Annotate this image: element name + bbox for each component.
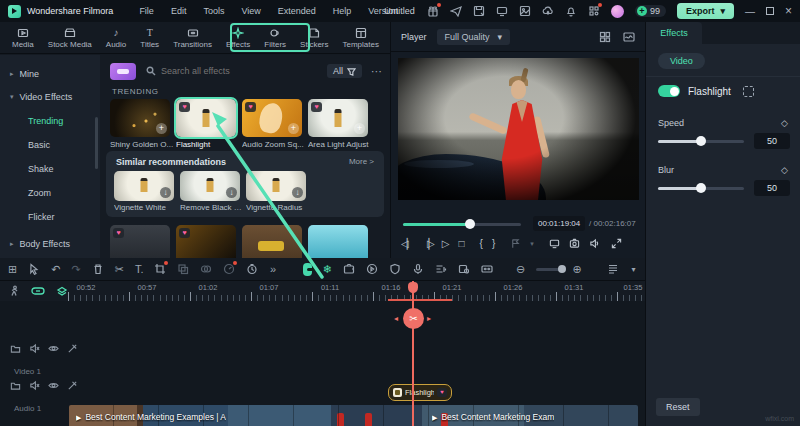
track-hide-icon[interactable] xyxy=(48,380,59,391)
tab-media[interactable]: Media xyxy=(6,25,40,51)
ai-assistant-icon[interactable] xyxy=(110,63,136,80)
speed-value-field[interactable]: 50 xyxy=(754,133,790,149)
track-tools-icon[interactable] xyxy=(67,380,78,391)
cloud-upload-icon[interactable] xyxy=(542,5,554,17)
zoom-in-icon[interactable] xyxy=(572,263,581,276)
playhead-line[interactable] xyxy=(412,281,414,426)
video-preview[interactable] xyxy=(398,58,639,200)
volume-button[interactable] xyxy=(589,238,600,249)
play-button[interactable] xyxy=(442,238,450,249)
sidebar-item-body-effects[interactable]: Body Effects xyxy=(10,239,70,249)
sidebar-item-shake[interactable]: Shake xyxy=(28,164,54,174)
copy-icon[interactable] xyxy=(177,263,189,275)
favorite-heart-icon[interactable] xyxy=(179,102,190,112)
track-lock-icon[interactable] xyxy=(10,380,21,391)
display-mode-button[interactable] xyxy=(549,238,560,249)
blur-slider[interactable] xyxy=(658,183,744,193)
render-preview-icon[interactable] xyxy=(366,263,378,275)
share-icon[interactable] xyxy=(450,5,462,17)
menu-edit[interactable]: Edit xyxy=(171,6,187,16)
track-tools-icon[interactable] xyxy=(67,343,78,354)
more-options-icon[interactable] xyxy=(371,65,382,78)
keyframe-diamond-icon[interactable] xyxy=(781,118,788,128)
previous-frame-button[interactable]: ◁▏ xyxy=(401,238,412,249)
redo-icon[interactable] xyxy=(71,263,80,276)
sidebar-item-mine[interactable]: Mine xyxy=(10,69,39,79)
tab-transitions[interactable]: Transitions xyxy=(167,25,218,51)
zoom-out-icon[interactable] xyxy=(516,263,525,276)
subtab-video[interactable]: Video xyxy=(658,53,705,69)
timeline-ruler[interactable]: 00:52 00:57 01:02 01:07 01:11 01:16 01:2… xyxy=(0,281,645,301)
track-hide-icon[interactable] xyxy=(48,343,59,354)
track-manager-icon[interactable] xyxy=(607,263,619,275)
nudge-left-icon[interactable]: ◂ xyxy=(394,314,398,323)
menu-help[interactable]: Help xyxy=(333,6,352,16)
stop-button[interactable] xyxy=(458,238,464,249)
blur-slider-knob[interactable] xyxy=(696,183,706,193)
search-input[interactable] xyxy=(161,66,271,76)
more-link[interactable]: More > xyxy=(349,157,374,166)
sidebar-item-flicker[interactable]: Flicker xyxy=(28,212,55,222)
tab-stock-media[interactable]: Stock Media xyxy=(42,25,98,51)
tab-stickers[interactable]: Stickers xyxy=(294,25,334,51)
media-browser-icon[interactable] xyxy=(8,263,17,276)
display-icon[interactable] xyxy=(496,5,508,17)
crop-icon[interactable] xyxy=(154,263,166,275)
playhead-handle[interactable] xyxy=(408,282,418,293)
minimize-button[interactable] xyxy=(745,6,755,17)
download-icon[interactable] xyxy=(160,187,171,198)
restore-button[interactable] xyxy=(766,7,774,15)
favorite-heart-icon[interactable] xyxy=(245,102,256,112)
scopes-icon[interactable] xyxy=(623,31,635,43)
effect-card-vignette-radius[interactable] xyxy=(246,171,306,201)
add-icon[interactable] xyxy=(354,123,365,134)
audio-stretch-icon[interactable] xyxy=(435,263,447,275)
close-button[interactable] xyxy=(785,4,792,18)
delete-icon[interactable] xyxy=(92,263,104,275)
export-frame-icon[interactable] xyxy=(519,5,531,17)
filter-all-button[interactable]: All xyxy=(327,64,362,78)
ai-effects-icon[interactable] xyxy=(323,263,332,276)
export-button[interactable]: Export xyxy=(677,3,734,19)
speed-slider[interactable] xyxy=(658,136,744,146)
reset-button[interactable]: Reset xyxy=(656,398,700,416)
avatar[interactable] xyxy=(611,5,624,18)
layout-grid-icon[interactable] xyxy=(599,31,611,43)
record-voiceover-icon[interactable] xyxy=(412,263,424,275)
timeline-zoom-slider[interactable] xyxy=(536,268,561,271)
marker-dropdown-icon[interactable] xyxy=(530,240,534,248)
shield-icon[interactable] xyxy=(389,263,401,275)
save-icon[interactable] xyxy=(473,5,485,17)
layers-icon[interactable] xyxy=(56,285,68,297)
add-icon[interactable] xyxy=(288,123,299,134)
track-mute-icon[interactable] xyxy=(29,343,40,354)
auto-ripple-icon[interactable] xyxy=(481,263,493,275)
menu-extended[interactable]: Extended xyxy=(278,6,316,16)
speed-slider-knob[interactable] xyxy=(696,136,706,146)
gift-icon[interactable] xyxy=(427,5,439,17)
marker-button[interactable] xyxy=(510,238,521,249)
effect-card-remove-black-bg[interactable] xyxy=(180,171,240,201)
pointer-tool-icon[interactable] xyxy=(28,263,40,275)
add-icon[interactable] xyxy=(156,123,167,134)
blur-value-field[interactable]: 50 xyxy=(754,180,790,196)
tab-effects-properties[interactable]: Effects xyxy=(646,22,702,44)
effect-card-flashlight[interactable] xyxy=(176,99,236,137)
track-lock-icon[interactable] xyxy=(10,343,21,354)
speed-ramp-icon[interactable] xyxy=(223,263,235,275)
track-manager-dropdown-icon[interactable] xyxy=(630,265,637,274)
ai-copilot-icon[interactable] xyxy=(303,263,312,276)
mask-icon[interactable] xyxy=(743,86,754,97)
sidebar-item-zoom[interactable]: Zoom xyxy=(28,188,51,198)
favorite-heart-icon[interactable] xyxy=(311,102,322,112)
menu-file[interactable]: File xyxy=(139,6,154,16)
audio-separation-icon[interactable] xyxy=(458,263,470,275)
sidebar-item-video-effects[interactable]: Video Effects xyxy=(10,92,72,102)
next-frame-button[interactable]: ▕▷ xyxy=(421,238,432,249)
coins-badge[interactable]: + 99 xyxy=(635,5,666,17)
effect-card-audio-zoom[interactable] xyxy=(242,99,302,137)
text-tool-icon[interactable]: T. xyxy=(135,263,144,275)
mark-in-button[interactable] xyxy=(480,238,483,249)
nudge-right-icon[interactable]: ▸ xyxy=(427,314,431,323)
notification-bell-icon[interactable] xyxy=(565,5,577,17)
